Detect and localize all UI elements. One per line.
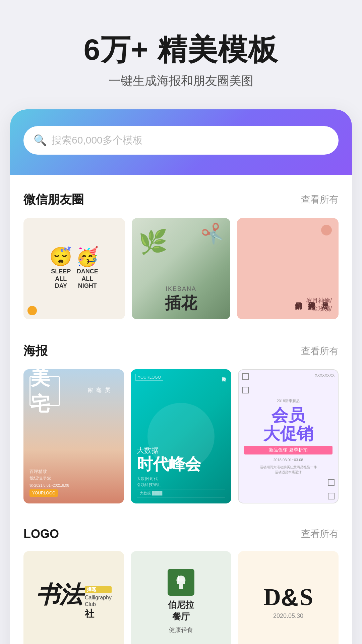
- restaurant-sub: 健康轻食: [169, 626, 193, 634]
- dance-emoji: 🥳: [76, 248, 99, 266]
- logo-card-calligraphy[interactable]: 书法 挥毫 Calligraphy Club 社: [23, 551, 124, 644]
- meizhai-title: 美宅: [29, 376, 60, 406]
- search-placeholder-text: 搜索60,000多个模板: [52, 133, 143, 147]
- wechat-section-header: 微信朋友圈 查看所有: [23, 192, 339, 208]
- ikebana-scissors-icon: ✂️: [199, 221, 227, 248]
- meizhai-top: 美宅 尽美宅在家向: [29, 376, 118, 406]
- sleep-dance-content: 😴 SLEEPALLDAY 🥳 DANCEALLNIGHT: [49, 248, 99, 290]
- sleep-label: SLEEPALLDAY: [51, 268, 71, 290]
- huiyuan-date-bar: 新品促销 夏季折扣: [244, 446, 333, 454]
- poster-card-meizhai[interactable]: 美宅 尽美宅在家向 百坪精致他也恒享受 家·2021.8.01~2021.8.0…: [23, 369, 124, 503]
- wechat-cards-row: 😴 SLEEPALLDAY 🥳 DANCEALLNIGHT 🌿 ✂️: [23, 218, 339, 320]
- ds-title-wrap: D & S: [263, 583, 313, 611]
- page-subtitle: 一键生成海报和朋友圈美图: [20, 73, 342, 89]
- sleep-emoji: 😴: [49, 248, 72, 266]
- huiyuan-sub-text: 活动期间为活动购买任意商品礼品一件活动适品本店适活: [244, 465, 333, 475]
- ikebana-text-wrap: IKEBANA 插花: [165, 285, 197, 314]
- logo-section: LOGO 查看所有 书法 挥毫 Calligraphy Club 社: [10, 510, 352, 644]
- huiyuan-date-range: 2018.03.01~03.08: [244, 457, 333, 463]
- app-card: 🔍 搜索60,000多个模板 微信朋友圈 查看所有 😴 SLEEPALLDAY …: [10, 109, 352, 644]
- shidai-footer: 大数据·时代引领科技智汇: [137, 476, 225, 488]
- sleep-card-badge: [27, 306, 37, 315]
- dance-item: 🥳 DANCEALLNIGHT: [76, 248, 99, 290]
- shidai-big-text: 时代峰会: [137, 455, 225, 473]
- wechat-view-all-link[interactable]: 查看所有: [301, 193, 339, 206]
- huiyuan-top-text: XXXXXXXX: [315, 373, 335, 377]
- calligraphy-layout: 书法 挥毫 Calligraphy Club 社: [36, 583, 112, 620]
- logo-section-title: LOGO: [23, 527, 59, 541]
- poster-section-header: 海报 查看所有: [23, 343, 339, 359]
- ds-date: 2020.05.30: [273, 612, 303, 620]
- poem-badge: [321, 225, 332, 235]
- shidai-logo: YOURLOGO: [135, 374, 163, 381]
- dance-label: DANCEALLNIGHT: [77, 268, 98, 290]
- wechat-card-sleep-dance[interactable]: 😴 SLEEPALLDAY 🥳 DANCEALLNIGHT: [23, 218, 125, 320]
- app-header: 🔍 搜索60,000多个模板: [10, 109, 352, 175]
- wechat-section-title: 微信朋友圈: [23, 192, 84, 208]
- logo-cards-row: 书法 挥毫 Calligraphy Club 社: [23, 551, 339, 644]
- huiyuan-title: 会员大促销: [244, 406, 333, 443]
- calligraphy-en1: Calligraphy: [85, 594, 112, 601]
- logo-card-restaurant[interactable]: 伯尼拉餐厅 健康轻食: [131, 551, 231, 644]
- calligraphy-cn-char: 书法: [36, 583, 83, 606]
- ikebana-cn-text: 插花: [165, 292, 197, 314]
- poster-card-shidai[interactable]: YOURLOGO 引领科技潮流 大数据 时代峰会 大数据·时代引领科技智汇 大数…: [131, 369, 231, 503]
- ikebana-leaves-icon: 🌿: [138, 228, 168, 256]
- page-header: 6万+ 精美模板 一键生成海报和朋友圈美图: [0, 0, 362, 109]
- meizhai-logo-badge: YOURLOGO: [29, 489, 58, 497]
- search-bar[interactable]: 🔍 搜索60,000多个模板: [23, 126, 339, 155]
- poster-section: 海报 查看所有 美宅 尽美宅在家向 百坪精致他也恒享受 家·2021.8.01~…: [10, 326, 352, 510]
- sleep-item: 😴 SLEEPALLDAY: [49, 248, 72, 290]
- restaurant-icon: [168, 569, 194, 596]
- shidai-small-text: 大数据: [137, 445, 225, 455]
- ds-ampersand: &: [281, 584, 298, 611]
- calligraphy-en2: Club: [85, 601, 112, 607]
- shidai-main: 大数据 时代峰会 大数据·时代引领科技智汇 大数据 ████: [137, 445, 225, 498]
- huiyuan-year-text: 2018新季新品: [244, 398, 333, 404]
- search-icon: 🔍: [34, 134, 47, 147]
- calligraphy-cn2: 社: [85, 607, 112, 620]
- wechat-section: 微信朋友圈 查看所有 😴 SLEEPALLDAY 🥳 DANCEALLNIGHT: [10, 175, 352, 326]
- logo-card-ds[interactable]: D & S 2020.05.30: [238, 551, 339, 644]
- shidai-footer-box: 大数据 ████: [137, 489, 225, 497]
- poem-footer-line1: 岁月神偷/: [244, 297, 332, 305]
- poster-section-title: 海报: [23, 343, 48, 359]
- huiyuan-right-deco: [328, 479, 335, 499]
- poem-text-area: 岁月是一场有去无回的旅行好的都是风景: [244, 238, 332, 297]
- poster-view-all-link[interactable]: 查看所有: [301, 345, 339, 358]
- meizhai-footer-text: 百坪精致他也恒享受: [29, 468, 118, 481]
- poster-card-huiyuan[interactable]: XXXXXXXX 2018新季新品 会员大促销 新品促销 夏季折扣 2018.0…: [238, 369, 339, 503]
- ds-s-char: S: [300, 583, 313, 611]
- restaurant-name: 伯尼拉餐厅: [168, 599, 194, 623]
- huiyuan-left-deco: [242, 373, 249, 393]
- huiyuan-content: 2018新季新品 会员大促销 新品促销 夏季折扣 2018.03.01~03.0…: [244, 398, 333, 475]
- wechat-card-ikebana[interactable]: 🌿 ✂️ IKEBANA 插花: [132, 218, 231, 320]
- poem-footer-line2: 金玫嶺/: [244, 305, 332, 313]
- logo-view-all-link[interactable]: 查看所有: [301, 528, 339, 540]
- calligraphy-badge: 挥毫: [85, 586, 112, 593]
- poster-cards-row: 美宅 尽美宅在家向 百坪精致他也恒享受 家·2021.8.01~2021.8.0…: [23, 369, 339, 503]
- calligraphy-right: 挥毫 Calligraphy Club 社: [85, 583, 112, 620]
- meizhai-date: 家·2021.8.01~2021.8.08: [29, 483, 118, 488]
- svg-point-0: [178, 578, 184, 582]
- meizhai-footer: 百坪精致他也恒享受 家·2021.8.01~2021.8.08 YOURLOGO: [29, 468, 118, 497]
- ikebana-en-text: IKEBANA: [165, 285, 197, 292]
- poem-footer: 岁月神偷/ 金玫嶺/: [244, 297, 332, 313]
- logo-section-header: LOGO 查看所有: [23, 527, 339, 541]
- page-title: 6万+ 精美模板: [20, 34, 342, 66]
- ds-d-char: D: [263, 583, 280, 611]
- wechat-card-poem[interactable]: 岁月是一场有去无回的旅行好的都是风景 岁月神偷/ 金玫嶺/: [237, 218, 339, 320]
